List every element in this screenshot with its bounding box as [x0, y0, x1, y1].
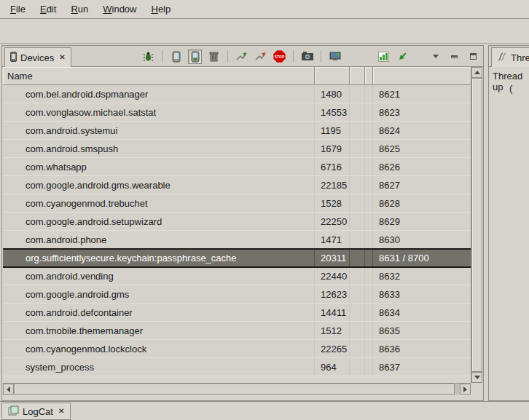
dump-hprof-icon[interactable]: [188, 49, 202, 64]
process-name: com.android.smspush: [3, 140, 315, 157]
threads-panel: Threads ✕ Thread up (: [488, 45, 529, 401]
screen-record-icon[interactable]: [328, 49, 342, 64]
process-pid: 1512: [315, 322, 350, 339]
table-row[interactable]: com.cyanogenmod.trebuchet15288628: [3, 194, 471, 213]
minimize-icon[interactable]: [447, 49, 461, 64]
logcat-tab-icon: [8, 405, 19, 418]
close-logcat-tab-icon[interactable]: ✕: [58, 408, 64, 415]
column-header-name[interactable]: Name: [3, 67, 315, 84]
view-menu-icon[interactable]: [428, 49, 442, 64]
process-port: 8627: [373, 176, 471, 194]
process-pid: 1528: [315, 194, 350, 212]
menu-window[interactable]: Window: [95, 1, 144, 17]
table-row[interactable]: com.google.android.setupwizard222508629: [3, 213, 471, 231]
bottom-view-bar: LogCat ✕: [0, 401, 529, 420]
table-row-selected[interactable]: org.sufficientlysecure.keychain:passphra…: [3, 248, 471, 268]
table-row[interactable]: com.whatsapp67168626: [3, 158, 471, 176]
device-table-body: com.bel.android.dspmanager14808621com.vo…: [3, 85, 471, 376]
process-port: 8635: [373, 322, 471, 339]
threads-tab-icon: [497, 52, 507, 64]
screen-capture-icon[interactable]: [300, 49, 314, 64]
tab-threads-label: Threads: [511, 52, 529, 63]
column-header-port[interactable]: [373, 67, 471, 84]
horizontal-scroll-thumb[interactable]: [14, 384, 455, 395]
menu-file[interactable]: File: [3, 1, 33, 17]
process-pid: 22250: [315, 213, 350, 230]
debug-process-icon[interactable]: [141, 49, 155, 64]
menu-run[interactable]: Run: [63, 1, 95, 17]
column-header-pid[interactable]: [315, 67, 350, 84]
update-heap-icon[interactable]: [169, 49, 183, 64]
table-row[interactable]: com.bel.android.dspmanager14808621: [3, 85, 471, 103]
table-row[interactable]: com.tmobile.thememanager15128635: [3, 322, 471, 340]
process-name: com.google.android.gms.wearable: [3, 176, 315, 194]
menu-edit[interactable]: Edit: [33, 1, 63, 17]
system-info-icon[interactable]: [396, 49, 410, 64]
menu-bar: FileEditRunWindowHelp: [0, 0, 529, 19]
stop-label: STOP: [275, 55, 285, 59]
process-name: com.cyanogenmod.trebuchet: [3, 194, 315, 212]
process-pid: 1471: [315, 231, 350, 248]
scroll-down-icon[interactable]: [471, 372, 482, 383]
scroll-up-icon[interactable]: [471, 67, 482, 78]
table-row[interactable]: com.android.vending224408632: [3, 267, 471, 285]
process-name: com.android.vending: [3, 267, 315, 285]
process-port: 8634: [373, 304, 471, 321]
process-name: com.android.defcontainer: [3, 304, 315, 321]
table-row[interactable]: system_process9648637: [3, 358, 471, 376]
device-table-header: Name: [3, 67, 471, 85]
table-row[interactable]: com.cyanogenmod.lockclock222658636: [3, 340, 471, 358]
process-name: system_process: [3, 358, 315, 376]
update-threads-icon[interactable]: [235, 49, 248, 64]
process-pid: 20311: [315, 250, 350, 266]
method-profiling-icon[interactable]: [254, 49, 267, 64]
table-row[interactable]: com.vonglasow.michael.satstat145538623: [3, 103, 471, 122]
vertical-scrollbar[interactable]: [471, 67, 482, 383]
threads-message-line2: (: [509, 83, 512, 94]
devices-toolbar: STOP: [141, 47, 480, 66]
process-port: 8636: [373, 340, 471, 357]
allocation-tracker-icon[interactable]: [377, 49, 391, 64]
process-pid: 1679: [315, 140, 350, 157]
table-row[interactable]: com.google.android.gms126238633: [3, 285, 471, 304]
close-devices-tab-icon[interactable]: ✕: [59, 54, 65, 61]
process-pid: 6716: [315, 158, 350, 175]
table-row[interactable]: com.android.smspush16798625: [3, 140, 471, 158]
table-row[interactable]: com.google.android.gms.wearable221858627: [3, 176, 471, 194]
process-port: 8630: [373, 231, 471, 248]
main-toolbar: [0, 20, 529, 44]
menu-help[interactable]: Help: [144, 1, 178, 17]
tab-devices[interactable]: Devices ✕: [4, 47, 71, 67]
process-port: 8621: [373, 85, 471, 103]
maximize-icon[interactable]: [466, 49, 480, 64]
scroll-left-icon[interactable]: [3, 384, 14, 395]
device-tab-icon: [10, 52, 17, 64]
devices-panel: Devices ✕ STOP: [1, 45, 484, 401]
process-name: com.bel.android.dspmanager: [3, 85, 315, 103]
toolbar-separator: [293, 50, 294, 63]
process-pid: 22185: [315, 176, 350, 194]
table-row[interactable]: com.android.defcontainer144118634: [3, 304, 471, 322]
process-name: com.whatsapp: [3, 158, 315, 175]
tab-threads[interactable]: Threads ✕: [491, 47, 529, 67]
scroll-right-icon[interactable]: [460, 384, 471, 395]
process-pid: 14553: [315, 103, 350, 121]
tab-logcat[interactable]: LogCat ✕: [1, 403, 71, 420]
table-row[interactable]: com.android.systemui11958624: [3, 122, 471, 140]
process-name: com.android.systemui: [3, 122, 315, 139]
cause-gc-icon[interactable]: [207, 49, 221, 64]
process-name: com.android.phone: [3, 231, 315, 248]
devices-tabbar: Devices ✕ STOP: [2, 46, 483, 67]
horizontal-scrollbar[interactable]: [3, 383, 471, 395]
stop-process-icon[interactable]: STOP: [273, 49, 286, 64]
process-port: 8625: [373, 140, 471, 157]
process-pid: 22265: [315, 340, 350, 357]
process-port: 8631 / 8700: [373, 250, 471, 266]
table-row[interactable]: com.android.phone14718630: [3, 231, 471, 249]
process-pid: 12623: [315, 285, 350, 303]
vertical-scroll-thumb[interactable]: [471, 78, 482, 372]
process-port: 8624: [373, 122, 471, 139]
process-name: org.sufficientlysecure.keychain:passphra…: [3, 250, 315, 266]
column-header-b[interactable]: [365, 67, 373, 84]
column-header-a[interactable]: [350, 67, 365, 84]
